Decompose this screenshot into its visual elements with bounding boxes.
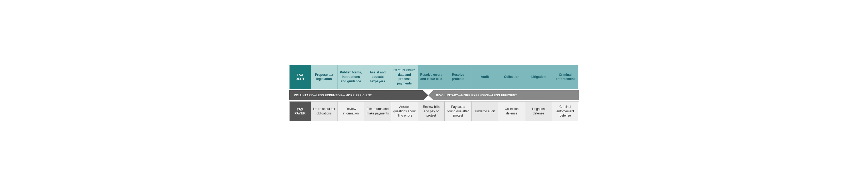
tax-dept-label: TAXDEPT [289,65,311,89]
diagram-container: TAXDEPT Propose tax legislationPublish f… [289,65,579,122]
taxpayer-cell-9: Criminal enforcement defense [552,101,579,121]
taxpayer-cell-6: Undergo audit [471,101,498,121]
taxpayer-row: TAXPAYER Learn about tax obligationsRevi… [289,101,579,121]
taxpayer-cell-4: Review bills and pay or protest [418,101,445,121]
tax-dept-cell-7: Collection [498,65,525,89]
tax-dept-cell-9: Criminal enforcement [552,65,579,89]
taxpayer-cell-1: Review information [337,101,364,121]
tax-dept-cell-3: Capture return data and process payments [391,65,418,89]
tax-dept-row: TAXDEPT Propose tax legislationPublish f… [289,65,579,89]
tax-dept-cell-1: Publish forms, instructions and guidance [337,65,364,89]
arrow-row: VOLUNTARY—LESS EXPENSIVE—MORE EFFICIENT … [289,90,579,100]
involuntary-arrow: INVOLUNTARY—MORE EXPENSIVE—LESS EFFICIEN… [428,90,579,100]
taxpayer-cell-5: Pay taxes found due after protest [444,101,471,121]
taxpayer-cell-0: Learn about tax obligations [311,101,338,121]
taxpayer-label: TAXPAYER [289,101,311,121]
tax-dept-cell-6: Audit [471,65,498,89]
taxpayer-cell-3: Answer questions about filing errors [391,101,418,121]
tax-dept-cell-4: Resolve errors and issue bills [418,65,445,89]
voluntary-arrow: VOLUNTARY—LESS EXPENSIVE—MORE EFFICIENT [289,90,428,100]
taxpayer-cell-8: Litigation defense [525,101,552,121]
taxpayer-cell-7: Collection defense [498,101,525,121]
tax-dept-cell-5: Resolve protests [444,65,471,89]
tax-dept-cell-2: Assist and educate taxpayers [364,65,391,89]
tax-dept-cell-0: Propose tax legislation [311,65,338,89]
tax-dept-cell-8: Litigation [525,65,552,89]
taxpayer-cell-2: File returns and make payments [364,101,391,121]
